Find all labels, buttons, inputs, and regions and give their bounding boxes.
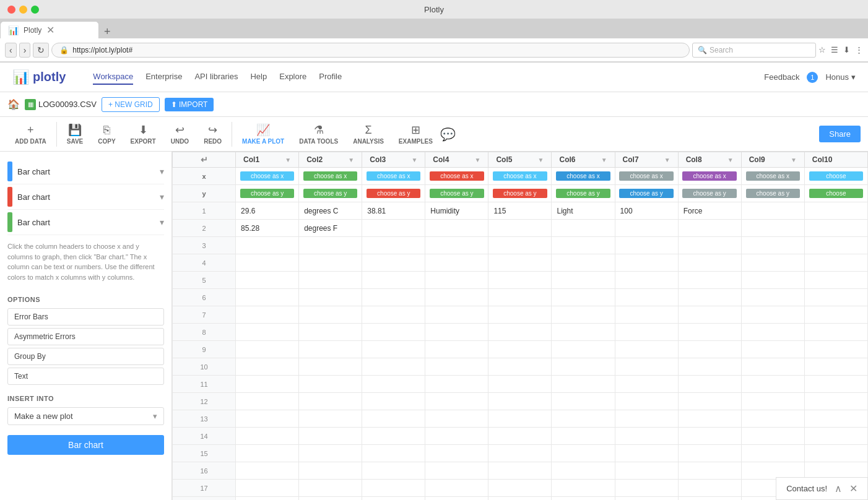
col4-y-cell[interactable]: choose as y <box>425 185 488 202</box>
grid-cell[interactable] <box>678 497 741 501</box>
grid-cell[interactable] <box>615 324 678 341</box>
col3-x-cell[interactable]: choose as x <box>362 168 425 185</box>
add-data-button[interactable]: + ADD DATA <box>7 121 54 147</box>
grid-cell[interactable] <box>552 237 615 254</box>
grid-cell[interactable] <box>299 272 362 289</box>
grid-cell[interactable] <box>488 272 552 289</box>
notification-badge[interactable]: 1 <box>807 72 818 83</box>
grid-cell[interactable] <box>741 306 804 324</box>
col7-choose-y[interactable]: choose as y <box>619 189 673 198</box>
grid-cell[interactable] <box>425 289 488 306</box>
grid-cell[interactable] <box>615 254 678 272</box>
col5-y-cell[interactable]: choose as y <box>488 185 552 202</box>
col8-x-cell[interactable]: choose as x <box>678 168 741 185</box>
grid-cell[interactable] <box>488 358 552 376</box>
grid-cell[interactable] <box>236 237 299 254</box>
grid-cell[interactable] <box>425 445 488 462</box>
grid-cell[interactable] <box>362 324 425 341</box>
col8-choose-y[interactable]: choose as y <box>682 189 736 198</box>
grid-cell[interactable] <box>615 480 678 497</box>
col9-y-cell[interactable]: choose as y <box>741 185 804 202</box>
grid-cell[interactable]: 38.81 <box>362 202 425 220</box>
grid-cell[interactable] <box>804 289 867 306</box>
grid-cell[interactable]: 115 <box>488 202 552 220</box>
comment-icon[interactable]: 💬 <box>440 127 456 142</box>
nav-explore[interactable]: Explore <box>279 69 306 85</box>
grid-cell[interactable] <box>236 324 299 341</box>
grid-cell[interactable] <box>741 445 804 462</box>
grid-cell[interactable] <box>236 393 299 410</box>
grid-cell[interactable] <box>678 376 741 393</box>
grid-cell[interactable] <box>804 358 867 376</box>
grid-cell[interactable] <box>488 497 552 501</box>
new-grid-button[interactable]: + NEW GRID <box>102 97 160 112</box>
grid-cell[interactable] <box>804 202 867 220</box>
grid-cell[interactable] <box>236 306 299 324</box>
forward-button[interactable]: › <box>19 43 31 58</box>
nav-workspace[interactable]: Workspace <box>93 69 133 85</box>
col3-sort[interactable]: ▼ <box>411 157 417 163</box>
grid-cell[interactable] <box>615 237 678 254</box>
grid-cell[interactable] <box>678 480 741 497</box>
col1-choose-x[interactable]: choose as x <box>240 171 294 181</box>
grid-cell[interactable] <box>362 445 425 462</box>
tab-close-button[interactable]: ✕ <box>46 24 54 36</box>
grid-cell[interactable] <box>362 480 425 497</box>
grid-cell[interactable] <box>236 445 299 462</box>
grid-cell[interactable] <box>804 341 867 358</box>
col1-choose-y[interactable]: choose as y <box>240 189 294 198</box>
grid-cell[interactable] <box>299 445 362 462</box>
col7-x-cell[interactable]: choose as x <box>615 168 678 185</box>
grid-cell[interactable] <box>236 254 299 272</box>
col8-y-cell[interactable]: choose as y <box>678 185 741 202</box>
grid-cell[interactable] <box>552 272 615 289</box>
col2-choose-x[interactable]: choose as x <box>303 171 357 181</box>
grid-cell[interactable] <box>299 376 362 393</box>
export-button[interactable]: ⬇ EXPORT <box>123 121 163 147</box>
grid-cell[interactable] <box>488 341 552 358</box>
grid-cell[interactable] <box>615 289 678 306</box>
grid-cell[interactable] <box>552 480 615 497</box>
grid-cell[interactable] <box>678 272 741 289</box>
grid-cell[interactable] <box>552 393 615 410</box>
nav-api[interactable]: API libraries <box>194 69 238 85</box>
col5-choose-x[interactable]: choose as x <box>493 171 547 181</box>
refresh-button[interactable]: ↻ <box>33 43 49 58</box>
grid-cell[interactable] <box>552 254 615 272</box>
grid-cell[interactable] <box>615 341 678 358</box>
grid-cell[interactable] <box>741 376 804 393</box>
grid-cell[interactable] <box>678 306 741 324</box>
col-header-9[interactable]: Col9▼ <box>741 152 804 168</box>
grid-cell[interactable] <box>741 341 804 358</box>
grid-cell[interactable] <box>425 306 488 324</box>
grid-cell[interactable] <box>741 358 804 376</box>
grid-cell[interactable] <box>488 289 552 306</box>
make-plot-button[interactable]: 📈 MAKE A PLOT <box>235 121 292 147</box>
grid-cell[interactable] <box>488 428 552 445</box>
grid-cell[interactable] <box>299 410 362 428</box>
grid-cell[interactable] <box>362 220 425 237</box>
grid-cell[interactable] <box>488 393 552 410</box>
col6-choose-x[interactable]: choose as x <box>556 171 610 181</box>
grid-cell[interactable] <box>425 237 488 254</box>
grid-cell[interactable] <box>299 341 362 358</box>
grid-cell[interactable]: Humidity <box>425 202 488 220</box>
undo-button[interactable]: ↩ UNDO <box>163 121 196 147</box>
grid-cell[interactable] <box>741 410 804 428</box>
grid-cell[interactable] <box>362 428 425 445</box>
grid-cell[interactable] <box>425 393 488 410</box>
grid-cell[interactable] <box>299 324 362 341</box>
grid-cell[interactable] <box>678 289 741 306</box>
grid-cell[interactable] <box>236 497 299 501</box>
grid-cell[interactable] <box>362 341 425 358</box>
traffic-light-red[interactable] <box>7 6 15 14</box>
grid-cell[interactable] <box>678 237 741 254</box>
grid-cell[interactable] <box>804 220 867 237</box>
grid-cell[interactable] <box>362 254 425 272</box>
col7-choose-x[interactable]: choose as x <box>619 171 673 181</box>
text-button[interactable]: Text <box>7 368 164 385</box>
col-header-4[interactable]: Col4▼ <box>425 152 488 168</box>
grid-cell[interactable] <box>362 272 425 289</box>
grid-cell[interactable] <box>615 393 678 410</box>
download-icon[interactable]: ⬇ <box>843 45 850 54</box>
